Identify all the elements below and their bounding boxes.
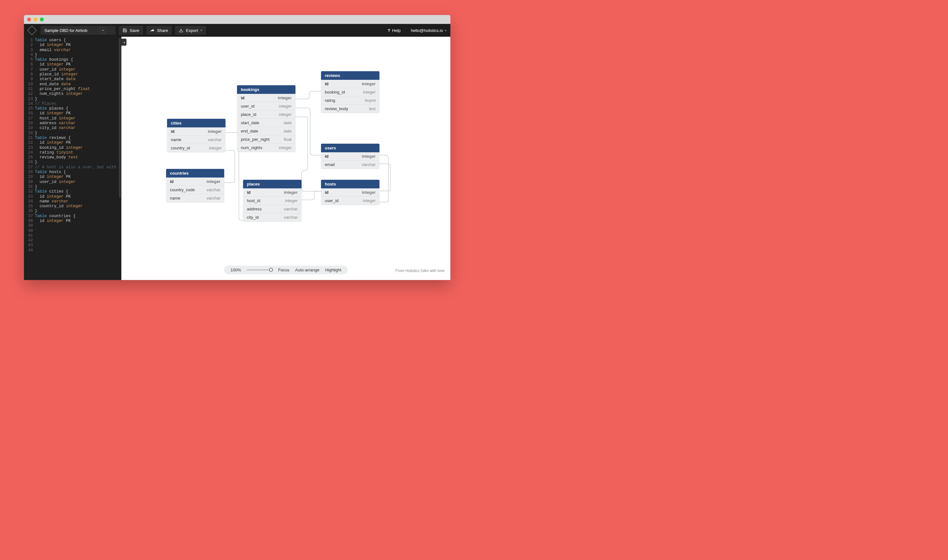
column-row[interactable]: emailvarchar bbox=[321, 161, 379, 169]
maximize-window-icon[interactable] bbox=[40, 18, 44, 22]
column-type: integer bbox=[363, 198, 376, 203]
column-name: country_id bbox=[171, 146, 190, 150]
table-header[interactable]: bookings bbox=[237, 85, 296, 94]
column-row[interactable]: host_idinteger bbox=[243, 197, 302, 205]
column-name: country_code bbox=[170, 188, 195, 192]
column-name: start_date bbox=[241, 120, 259, 125]
app-logo-icon bbox=[27, 25, 37, 35]
macos-titlebar bbox=[24, 15, 450, 24]
column-name: city_id bbox=[247, 215, 259, 220]
auto-arrange-button[interactable]: Auto-arrange bbox=[295, 268, 319, 272]
column-name: id bbox=[325, 82, 329, 86]
column-row[interactable]: idinteger bbox=[321, 80, 379, 88]
column-name: num_nights bbox=[241, 145, 262, 150]
column-type: integer bbox=[209, 146, 222, 150]
zoom-slider-thumb[interactable] bbox=[269, 268, 273, 272]
save-button[interactable]: Save bbox=[119, 26, 143, 35]
diagram-canvas[interactable]: citiesidintegernamevarcharcountry_idinte… bbox=[121, 37, 450, 280]
code-editor[interactable]: 1234567891011121314151617181920212223242… bbox=[24, 37, 121, 280]
table-header[interactable]: cities bbox=[167, 119, 225, 128]
table-reviews[interactable]: reviewsidintegerbooking_idintegerratingt… bbox=[321, 71, 379, 113]
collapse-editor-button[interactable]: ◂ bbox=[121, 38, 126, 46]
column-name: place_id bbox=[241, 112, 256, 117]
column-row[interactable]: country_idinteger bbox=[167, 144, 225, 152]
column-type: tinyint bbox=[365, 98, 376, 103]
column-row[interactable]: idinteger bbox=[321, 152, 379, 161]
column-name: name bbox=[170, 196, 180, 200]
column-row[interactable]: idinteger bbox=[321, 188, 379, 197]
column-row[interactable]: num_nightsinteger bbox=[237, 144, 296, 152]
column-name: end_date bbox=[241, 129, 258, 134]
column-row[interactable]: user_idinteger bbox=[321, 197, 379, 205]
table-places[interactable]: placesidintegerhost_idintegeraddressvarc… bbox=[243, 180, 302, 221]
column-type: varchar bbox=[362, 162, 376, 167]
column-row[interactable]: idinteger bbox=[166, 177, 224, 186]
project-name: Sample DBD for Airbnb bbox=[45, 28, 87, 33]
column-type: date bbox=[284, 129, 291, 134]
column-name: booking_id bbox=[325, 90, 345, 94]
column-row[interactable]: country_codevarchar bbox=[166, 186, 224, 194]
column-type: integer bbox=[279, 145, 291, 150]
table-countries[interactable]: countriesidintegercountry_codevarcharnam… bbox=[166, 169, 224, 202]
column-row[interactable]: addressvarchar bbox=[243, 205, 302, 213]
column-row[interactable]: idinteger bbox=[167, 128, 225, 136]
code-content[interactable]: Table users { id integer PK email varcha… bbox=[35, 38, 121, 253]
table-header[interactable]: users bbox=[321, 144, 379, 152]
column-type: float bbox=[284, 137, 291, 142]
column-row[interactable]: user_idinteger bbox=[237, 102, 296, 111]
chevron-down-icon: ▾ bbox=[200, 29, 202, 32]
column-type: integer bbox=[208, 129, 222, 134]
focus-button[interactable]: Focus bbox=[278, 268, 289, 272]
column-row[interactable]: idinteger bbox=[237, 94, 296, 102]
column-type: varchar bbox=[207, 188, 220, 192]
column-name: host_id bbox=[247, 198, 261, 203]
table-header[interactable]: countries bbox=[166, 169, 224, 177]
editor-scrollbar[interactable] bbox=[119, 38, 121, 198]
highlight-button[interactable]: Highlight bbox=[325, 268, 341, 272]
share-icon bbox=[150, 28, 154, 32]
column-type: varchar bbox=[284, 215, 298, 220]
minimize-window-icon[interactable] bbox=[34, 18, 37, 22]
column-row[interactable]: price_per_nightfloat bbox=[237, 135, 296, 144]
column-row[interactable]: start_datedate bbox=[237, 119, 296, 127]
column-name: email bbox=[325, 162, 335, 167]
share-button[interactable]: Share bbox=[146, 26, 172, 35]
relationship-edges bbox=[121, 37, 450, 280]
user-menu[interactable]: hello@holistics.io ▾ bbox=[411, 28, 447, 33]
table-header[interactable]: places bbox=[243, 180, 302, 188]
export-button[interactable]: Export ▾ bbox=[175, 26, 206, 35]
column-type: integer bbox=[279, 112, 291, 117]
table-header[interactable]: reviews bbox=[321, 71, 379, 80]
project-selector[interactable]: Sample DBD for Airbnb ▾ bbox=[40, 26, 116, 35]
canvas-controls: 100% Focus Auto-arrange Highlight bbox=[224, 266, 347, 274]
zoom-slider[interactable] bbox=[247, 269, 273, 271]
column-row[interactable]: city_idvarchar bbox=[243, 213, 302, 221]
table-users[interactable]: usersidintegeremailvarchar bbox=[321, 144, 379, 169]
zoom-level: 100% bbox=[230, 268, 241, 272]
column-type: integer bbox=[362, 82, 376, 86]
column-name: id bbox=[170, 179, 174, 184]
column-row[interactable]: end_datedate bbox=[237, 127, 296, 135]
close-window-icon[interactable] bbox=[27, 18, 31, 22]
help-label: Help bbox=[392, 28, 401, 33]
column-row[interactable]: idinteger bbox=[243, 188, 302, 197]
app-window: Sample DBD for Airbnb ▾ Save Share Expor… bbox=[24, 15, 450, 280]
column-type: integer bbox=[362, 154, 376, 158]
table-header[interactable]: hosts bbox=[321, 180, 379, 188]
column-row[interactable]: review_bodytext bbox=[321, 105, 379, 113]
column-row[interactable]: place_idinteger bbox=[237, 111, 296, 119]
column-type: text bbox=[369, 106, 376, 111]
line-gutter: 1234567891011121314151617181920212223242… bbox=[24, 38, 35, 253]
table-cities[interactable]: citiesidintegernamevarcharcountry_idinte… bbox=[167, 119, 225, 152]
table-bookings[interactable]: bookingsidintegeruser_idintegerplace_idi… bbox=[237, 85, 296, 152]
column-type: date bbox=[284, 120, 291, 125]
column-row[interactable]: booking_idinteger bbox=[321, 88, 379, 97]
column-type: integer bbox=[284, 190, 298, 195]
toolbar: Sample DBD for Airbnb ▾ Save Share Expor… bbox=[24, 24, 450, 37]
column-row[interactable]: ratingtinyint bbox=[321, 97, 379, 105]
help-button[interactable]: ? Help bbox=[388, 28, 401, 33]
column-name: id bbox=[171, 129, 175, 134]
table-hosts[interactable]: hostsidintegeruser_idinteger bbox=[321, 180, 379, 205]
column-row[interactable]: namevarchar bbox=[167, 136, 225, 144]
column-row[interactable]: namevarchar bbox=[166, 194, 224, 202]
